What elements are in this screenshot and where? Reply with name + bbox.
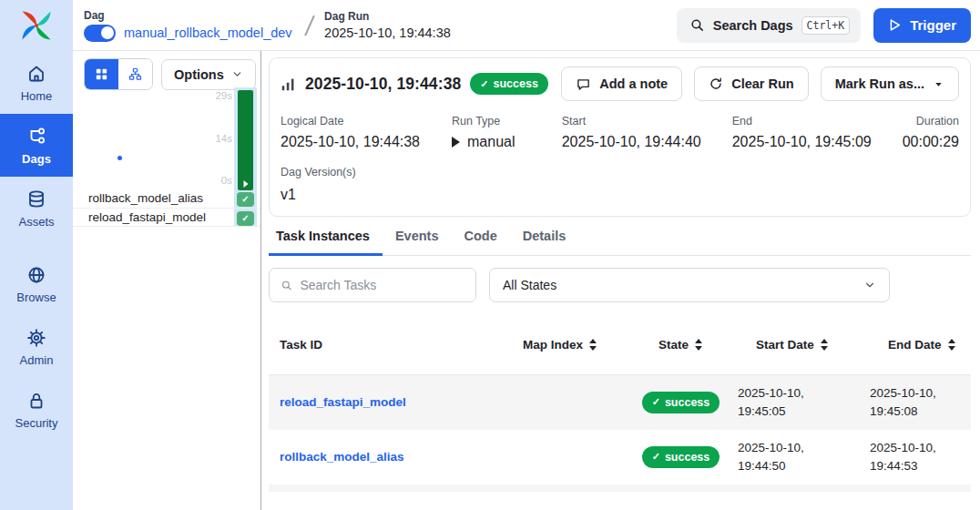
sidebar: Home Dags Assets — [0, 0, 73, 510]
grid-view-button[interactable] — [85, 59, 118, 89]
task-search-input[interactable] — [300, 278, 464, 292]
task-filters: All States — [269, 268, 971, 302]
clear-run-button[interactable]: Clear Run — [694, 66, 809, 101]
sidebar-item-admin[interactable]: Admin — [0, 315, 73, 378]
meta-logical-date: Logical Date 2025-10-10, 19:44:38 — [281, 115, 452, 150]
cell-end-date: 2025-10-10, 19:44:53 — [870, 439, 971, 474]
col-state[interactable]: State — [624, 338, 738, 352]
cell-start-date: 2025-10-10, 19:44:50 — [738, 439, 870, 474]
meta-end: End 2025-10-10, 19:45:09 — [732, 115, 903, 150]
duration-tick-14s: 14s — [215, 133, 232, 144]
sort-icon[interactable] — [947, 338, 956, 352]
sidebar-item-label: Dags — [22, 152, 51, 166]
note-bubble-icon — [576, 76, 591, 92]
dag-versions: Dag Version(s) v1 — [281, 166, 959, 203]
database-icon — [26, 189, 47, 210]
run-duration-bar[interactable] — [238, 90, 253, 190]
table-row: reload_fastapi_model ✓success 2025-10-10… — [269, 375, 971, 430]
task-status-badge: ✓success — [642, 446, 720, 468]
tab-code[interactable]: Code — [451, 229, 509, 256]
meta-run-type: Run Type manual — [452, 115, 562, 150]
caret-down-icon — [933, 78, 944, 90]
tab-events[interactable]: Events — [383, 229, 452, 256]
task-state-square-reload[interactable]: ✓ — [237, 211, 254, 227]
grid-task-rollback-model-alias[interactable]: rollback_model_alias — [73, 189, 260, 209]
tab-task-instances[interactable]: Task Instances — [269, 229, 383, 256]
trigger-button[interactable]: Trigger — [873, 8, 971, 43]
dag-icon — [26, 126, 47, 148]
sidebar-section-gap — [0, 240, 73, 252]
sidebar-item-label: Admin — [20, 353, 54, 367]
search-icon — [689, 17, 705, 33]
refresh-icon — [709, 76, 723, 91]
col-start-date[interactable]: Start Date — [738, 338, 870, 352]
breadcrumb-separator — [304, 15, 314, 36]
sort-icon[interactable] — [694, 338, 703, 352]
options-button[interactable]: Options — [161, 59, 256, 90]
graph-view-icon — [128, 66, 143, 82]
manual-run-triangle-icon — [243, 180, 248, 188]
next-row-edge — [269, 484, 971, 492]
cell-end-date: 2025-10-10, 19:45:08 — [870, 384, 971, 420]
grid-task-list: rollback_model_alias reload_fastapi_mode… — [73, 189, 260, 227]
options-label: Options — [174, 67, 224, 82]
play-icon — [888, 18, 902, 32]
graph-view-button[interactable] — [118, 59, 152, 89]
grid-panel: Options 29s 14s 0s rollback_model_ali — [73, 51, 261, 510]
sidebar-item-dags[interactable]: Dags — [0, 114, 73, 177]
cell-start-date: 2025-10-10, 19:45:05 — [738, 384, 870, 420]
dag-versions-value: v1 — [281, 187, 959, 203]
chevron-down-icon — [863, 279, 876, 291]
task-state-square-rollback[interactable]: ✓ — [237, 192, 254, 208]
col-task-id: Task ID — [269, 338, 496, 352]
search-dags-label: Search Dags — [713, 18, 793, 33]
cell-state: ✓success — [624, 392, 738, 413]
detail-tabs: Task Instances Events Code Details — [269, 229, 971, 256]
meta-duration: Duration 00:00:29 — [903, 115, 959, 150]
trigger-label: Trigger — [910, 17, 956, 33]
dag-name-link[interactable]: manual_rollback_model_dev — [124, 26, 292, 40]
state-filter-select[interactable]: All States — [489, 268, 890, 302]
task-link-reload-fastapi-model[interactable]: reload_fastapi_model — [269, 393, 496, 412]
grid-blue-dot — [117, 156, 122, 160]
mark-run-as-button[interactable]: Mark Run as... — [821, 66, 959, 101]
table-header-row: Task ID Map Index State — [269, 315, 971, 375]
sidebar-item-label: Assets — [18, 215, 54, 229]
sidebar-item-label: Home — [21, 89, 53, 103]
col-map-index[interactable]: Map Index — [496, 338, 624, 352]
sidebar-item-security[interactable]: Security — [0, 378, 73, 441]
globe-icon — [26, 264, 47, 286]
add-note-button[interactable]: Add a note — [561, 66, 682, 101]
col-end-date[interactable]: End Date — [870, 338, 971, 352]
sidebar-item-browse[interactable]: Browse — [0, 252, 73, 315]
chevron-down-icon — [231, 68, 243, 80]
lock-icon — [26, 390, 47, 412]
dag-label: Dag — [84, 9, 292, 22]
detail-panel: 2025-10-10, 19:44:38 ✓ success — [261, 51, 980, 510]
duration-tick-29s: 29s — [215, 90, 232, 101]
tab-details[interactable]: Details — [510, 229, 579, 256]
sidebar-item-label: Security — [15, 416, 58, 430]
view-toggle-group — [84, 58, 153, 90]
task-status-badge: ✓success — [642, 392, 720, 413]
gear-icon — [26, 327, 47, 349]
sidebar-item-home[interactable]: Home — [0, 51, 73, 114]
run-status-badge: ✓ success — [470, 73, 548, 95]
check-icon: ✓ — [480, 78, 488, 90]
sort-icon[interactable] — [588, 338, 597, 352]
sidebar-item-assets[interactable]: Assets — [0, 177, 73, 240]
task-instances-table: Task ID Map Index State — [269, 315, 971, 492]
grid-view-icon — [94, 66, 109, 82]
run-meta-row: Logical Date 2025-10-10, 19:44:38 Run Ty… — [281, 115, 959, 150]
search-dags-button[interactable]: Search Dags Ctrl+K — [677, 8, 861, 43]
dag-pause-toggle[interactable] — [84, 25, 116, 42]
sort-icon[interactable] — [820, 338, 829, 352]
sidebar-item-label: Browse — [16, 291, 56, 304]
grid-task-reload-fastapi-model[interactable]: reload_fastapi_model — [73, 209, 260, 228]
airflow-logo[interactable] — [0, 0, 73, 51]
home-icon — [26, 63, 47, 85]
task-link-rollback-model-alias[interactable]: rollback_model_alias — [269, 448, 496, 466]
dag-versions-label: Dag Version(s) — [281, 166, 959, 178]
search-shortcut-kbd: Ctrl+K — [801, 16, 851, 35]
dag-run-id: 2025-10-10, 19:44:38 — [324, 26, 451, 40]
